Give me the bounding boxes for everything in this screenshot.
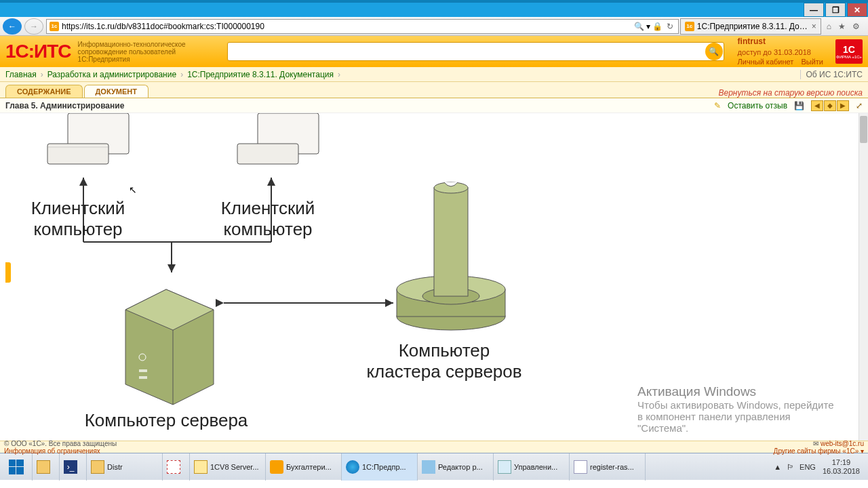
username: fintrust (738, 37, 766, 46)
account-link[interactable]: Личный кабинет (738, 58, 794, 66)
crumb-dev[interactable]: Разработка и администрирование (47, 70, 176, 79)
chapter-bar: Глава 5. Администрирование ✎ Оставить от… (0, 98, 868, 113)
tab-document[interactable]: ДОКУМЕНТ (84, 85, 149, 98)
window-titlebar: — ❐ ✕ (0, 0, 868, 17)
copyright: © ООО «1С». Все права защищены (4, 440, 117, 447)
search-dropdown-icon[interactable]: 🔍 (634, 22, 644, 31)
tray-clock[interactable]: 17:19 16.03.2018 (818, 458, 864, 474)
ie-toolbar: ← → 1c 🔍 ▾ 🔒 ↻ 1c 1С:Предприятие 8.3.11.… (0, 17, 868, 36)
windows-icon (9, 460, 24, 474)
taskbar-manage[interactable]: Управлени... (494, 453, 570, 481)
favicon-icon: 1c (50, 22, 59, 31)
pencil-icon: ✎ (714, 101, 721, 110)
svg-rect-20 (434, 188, 468, 296)
expand-icon[interactable]: ⤢ (856, 101, 863, 110)
tray-time: 17:19 (823, 458, 860, 466)
diagram: Клиентскийкомпьютер Клиентскийкомпьютер … (0, 113, 868, 441)
taskbar-1cv8[interactable]: 1CV8 Server... (190, 453, 266, 481)
tray-lang[interactable]: ENG (800, 463, 816, 471)
its-search-input[interactable] (228, 47, 705, 57)
back-button[interactable]: ← (3, 18, 22, 35)
taskbar-explorer[interactable] (33, 453, 60, 481)
taskbar-powershell[interactable]: ›_ (60, 453, 87, 481)
taskbar-ie[interactable]: 1С:Предпр... (342, 453, 418, 481)
tab-title: 1С:Предприятие 8.3.11. До… (697, 22, 808, 31)
its-search[interactable]: 🔍 (227, 42, 724, 61)
its-header: 1С:ИТС Информационно-технологическое соп… (0, 36, 868, 67)
taskbar-register[interactable]: register-ras... (570, 453, 646, 481)
user-block: fintrust доступ до 31.03.2018 Личный каб… (738, 37, 829, 66)
taskbar-editor[interactable]: Редактор р... (418, 453, 494, 481)
watermark-title: Активация Windows (637, 384, 841, 399)
access-until: доступ до 31.03.2018 (738, 48, 811, 56)
label-client2: Клиентскийкомпьютер (214, 198, 322, 240)
taskbar-buh[interactable]: Бухгалтери... (266, 453, 342, 481)
footer: © ООО «1С». Все права защищены Информаци… (0, 441, 868, 453)
its-logo[interactable]: 1С:ИТС (5, 41, 71, 62)
svg-rect-13 (139, 369, 147, 372)
taskbar-distr[interactable]: Distr (87, 453, 163, 481)
watermark-sub: Чтобы активировать Windows, перейдите в … (637, 399, 841, 434)
svg-rect-4 (237, 144, 298, 164)
dropdown-icon[interactable]: ▾ (646, 22, 650, 31)
refresh-icon[interactable]: ↻ (667, 22, 673, 31)
content-area: Клиентскийкомпьютер Клиентскийкомпьютер … (0, 113, 868, 441)
tray-flag-icon[interactable]: 🏳 (787, 463, 794, 471)
maximize-button[interactable]: ❐ (825, 3, 846, 17)
brand-1c-icon[interactable]: 1СФИРМА «1С» (835, 39, 863, 64)
pager-prev[interactable]: ◀ (811, 100, 823, 111)
mail-icon: ✉ (813, 440, 818, 447)
tray-up-icon[interactable]: ▲ (774, 463, 781, 471)
its-search-button[interactable]: 🔍 (705, 43, 723, 60)
home-icon[interactable]: ⌂ (827, 22, 831, 31)
scrollbar-thumb[interactable] (860, 116, 867, 143)
doc-tabs: СОДЕРЖАНИЕ ДОКУМЕНТ Вернуться на старую … (0, 82, 868, 98)
logout-link[interactable]: Выйти (801, 58, 823, 66)
pager-next[interactable]: ▶ (837, 100, 849, 111)
close-button[interactable]: ✕ (847, 3, 867, 17)
tools-icon[interactable]: ⚙ (852, 22, 860, 31)
crumb-doc[interactable]: 1С:Предприятие 8.3.11. Документация (187, 70, 334, 79)
cursor-icon: ↖ (129, 184, 137, 195)
taskbar: ›_ Distr 1CV8 Server... Бухгалтери... 1С… (0, 453, 868, 480)
system-tray[interactable]: ▲ 🏳 ENG 17:19 16.03.2018 (767, 458, 868, 474)
breadcrumb: Главная› Разработка и администрирование›… (0, 67, 868, 82)
tab-close-icon[interactable]: × (812, 22, 816, 31)
url-input[interactable] (62, 22, 632, 31)
chapter-title: Глава 5. Администрирование (5, 101, 124, 110)
tab-toc[interactable]: СОДЕРЖАНИЕ (5, 85, 83, 98)
crumb-home[interactable]: Главная (5, 70, 37, 79)
its-tagline: Информационно-технологическое сопровожде… (78, 41, 207, 63)
windows-watermark: Активация Windows Чтобы активировать Win… (637, 384, 841, 434)
label-cluster: Компьютеркластера серверов (359, 340, 529, 382)
minimize-button[interactable]: — (804, 3, 824, 17)
feedback-link[interactable]: Оставить отзыв (728, 101, 787, 110)
email-link[interactable]: web-its@1c.ru (821, 440, 864, 447)
taskbar-snip[interactable] (163, 453, 190, 481)
pager: ◀ ◆ ▶ (811, 100, 849, 111)
save-icon[interactable]: 💾 (794, 101, 804, 110)
pager-mid[interactable]: ◆ (824, 100, 836, 111)
tab-favicon-icon: 1c (685, 22, 694, 31)
label-client1: Клиентскийкомпьютер (27, 198, 129, 240)
start-button[interactable] (0, 453, 33, 481)
about-link[interactable]: Об ИС 1С:ИТС (800, 70, 863, 79)
forward-button[interactable]: → (24, 18, 43, 35)
label-server: Компьютер сервера (75, 410, 258, 431)
svg-rect-14 (139, 376, 147, 379)
scrollbar[interactable] (859, 113, 868, 441)
favorites-icon[interactable]: ★ (838, 22, 846, 31)
lock-icon: 🔒 (652, 22, 663, 31)
browser-tab[interactable]: 1c 1С:Предприятие 8.3.11. До… × (680, 18, 821, 35)
old-search-link[interactable]: Вернуться на старую версию поиска (718, 88, 863, 98)
other-sites-link[interactable]: Другие сайты фирмы «1С» ▾ (774, 447, 864, 455)
address-bar[interactable]: 1c 🔍 ▾ 🔒 ↻ (46, 19, 679, 34)
tray-date: 16.03.2018 (823, 467, 860, 475)
